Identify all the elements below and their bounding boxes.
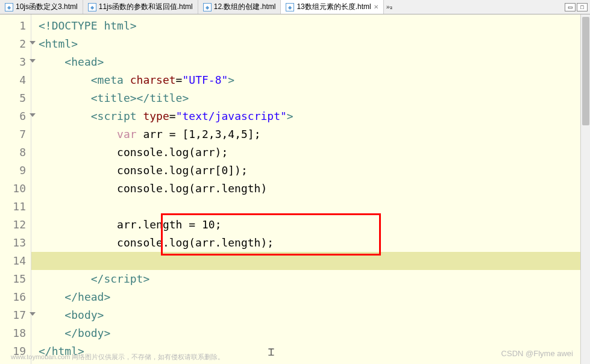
code-line: <head>	[39, 53, 590, 71]
text-cursor-icon: Ꮖ	[268, 347, 275, 358]
code-line: <meta charset="UTF-8">	[39, 71, 590, 89]
code-line: </head>	[39, 288, 590, 306]
code-line	[39, 198, 590, 216]
code-line: <!DOCTYPE html>	[39, 17, 590, 35]
html-file-icon	[203, 3, 212, 11]
code-line: console.log(arr.length)	[39, 180, 590, 198]
line-number: 5	[0, 89, 31, 107]
maximize-button[interactable]: □	[577, 3, 588, 11]
line-number: 7	[0, 125, 31, 143]
scrollbar-thumb[interactable]	[582, 17, 589, 125]
tab-bar: 10js函数定义3.html 11js函数的参数和返回值.html 12.数组的…	[0, 0, 590, 14]
line-number: 1	[0, 17, 31, 35]
line-gutter: 1 2 3 4 5 6 7 8 9 10 11 12 13 14 15 16 1…	[0, 14, 31, 364]
watermark-attribution: CSDN @Flyme awei	[501, 349, 573, 358]
line-number: 15	[0, 270, 31, 288]
line-number: 12	[0, 216, 31, 234]
line-number: 4	[0, 71, 31, 89]
vertical-scrollbar[interactable]	[580, 14, 590, 364]
code-line: <script type="text/javascript">	[39, 107, 590, 125]
code-line: </body>	[39, 324, 590, 342]
line-number: 9	[0, 162, 31, 180]
line-number: 17	[0, 306, 31, 324]
line-number: 8	[0, 143, 31, 162]
line-number: 18	[0, 324, 31, 342]
line-number: 13	[0, 234, 31, 252]
tab-label: 12.数组的创建.html	[214, 2, 276, 12]
line-number: 6	[0, 107, 31, 125]
tab-1[interactable]: 11js函数的参数和返回值.html	[83, 0, 198, 14]
code-area[interactable]: <!DOCTYPE html> <html> <head> <meta char…	[31, 14, 590, 364]
code-line: arr.length = 10;	[39, 216, 590, 234]
html-file-icon	[5, 3, 13, 11]
tab-label: 10js函数定义3.html	[16, 2, 78, 12]
code-line: </script>	[39, 270, 590, 288]
tab-3[interactable]: 13数组元素的长度.html ✕	[281, 0, 383, 14]
line-number: 2	[0, 35, 31, 53]
code-line-current	[31, 252, 590, 270]
code-line: <title></title>	[39, 89, 590, 107]
minimize-button[interactable]: ▭	[565, 3, 576, 11]
code-editor[interactable]: 1 2 3 4 5 6 7 8 9 10 11 12 13 14 15 16 1…	[0, 14, 590, 364]
code-line: var arr = [1,2,3,4,5];	[39, 125, 590, 143]
tab-label: 11js函数的参数和返回值.html	[99, 2, 193, 12]
tab-overflow[interactable]: »₂	[384, 0, 395, 14]
line-number: 10	[0, 180, 31, 198]
close-icon[interactable]: ✕	[374, 4, 378, 10]
html-file-icon	[88, 3, 96, 11]
code-line: console.log(arr);	[39, 143, 590, 162]
tab-label: 13数组元素的长度.html	[297, 2, 371, 12]
line-number: 14	[0, 252, 31, 270]
code-line: <html>	[39, 35, 590, 53]
window-controls: ▭ □	[563, 0, 590, 14]
watermark-text: www.toymoban.com 网络图片仅供展示，不存储，如有侵权请联系删除。	[11, 353, 224, 362]
code-line: console.log(arr[0]);	[39, 162, 590, 180]
tab-0[interactable]: 10js函数定义3.html	[0, 0, 83, 14]
line-number: 11	[0, 198, 31, 216]
line-number: 16	[0, 288, 31, 306]
html-file-icon	[286, 3, 294, 11]
code-line: console.log(arr.length);	[39, 234, 590, 252]
tab-2[interactable]: 12.数组的创建.html	[198, 0, 281, 14]
code-line: <body>	[39, 306, 590, 324]
line-number: 3	[0, 53, 31, 71]
